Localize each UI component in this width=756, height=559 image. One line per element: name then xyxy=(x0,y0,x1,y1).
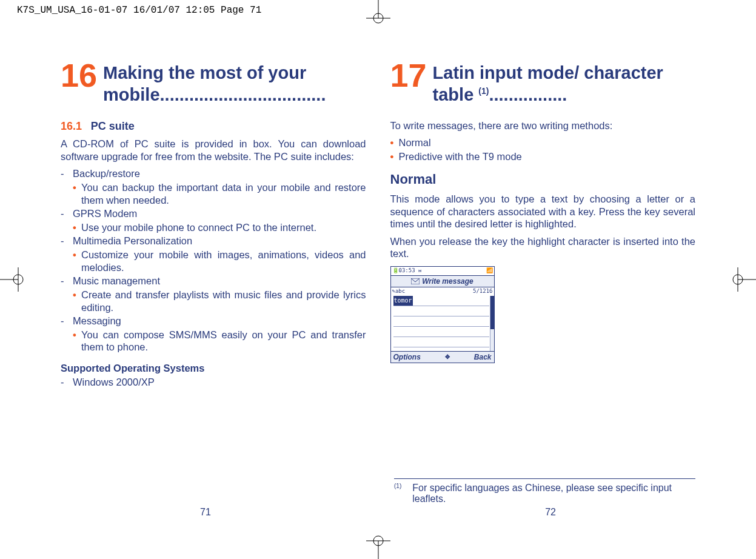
phone-scrollbar xyxy=(490,296,494,351)
crop-mark-right xyxy=(732,261,756,298)
page-number-left: 71 xyxy=(200,507,211,518)
intro-paragraph: A CD-ROM of PC suite is provided in box.… xyxy=(61,138,366,162)
list-item: -Messaging xyxy=(61,315,366,327)
list-item: -Multimedia Personalization xyxy=(61,235,366,247)
phone-info-row: ✎abc 5/1216 xyxy=(391,287,494,296)
chapter-17-heading: 17 Latin input mode/ character table (1)… xyxy=(390,61,696,106)
list-subitem-text: Customize your mobile with images, anima… xyxy=(81,249,366,273)
phone-typed-text: tomor xyxy=(393,296,413,306)
method-item: •Normal xyxy=(390,136,696,149)
list-item: -GPRS Modem xyxy=(61,207,366,220)
phone-title-text: Write message xyxy=(422,277,473,286)
chapter-16-heading: 16 Making the most of your mobile.......… xyxy=(61,61,366,106)
phone-mode-indicator: abc xyxy=(395,288,405,294)
list-item-head: Multimedia Personalization xyxy=(73,235,192,247)
footnote-text: For specific languages as Chinese, pleas… xyxy=(412,483,695,504)
paragraph: When you release the key the highlight c… xyxy=(390,235,696,260)
right-page: 17 Latin input mode/ character table (1)… xyxy=(390,61,696,389)
chapter-title: Latin input mode/ character table (1)...… xyxy=(433,61,695,106)
method-item: •Predictive with the T9 mode xyxy=(390,150,696,163)
intro-paragraph: To write messages, there are two writing… xyxy=(390,119,696,132)
left-page: 16 Making the most of your mobile.......… xyxy=(61,61,366,389)
section-title: PC suite xyxy=(91,120,135,132)
footnote-block: (1) For specific languages as Chinese, p… xyxy=(394,478,695,504)
list-subitem-text: You can compose SMS/MMS easily on your P… xyxy=(81,329,366,353)
normal-subheading: Normal xyxy=(390,171,696,188)
phone-status-bar: 🔋03:53 ✉ 📶 xyxy=(391,267,494,275)
crop-mark-top xyxy=(360,0,396,24)
chapter-title-sup: (1) xyxy=(478,87,489,96)
phone-title-bar: Write message xyxy=(391,275,494,287)
crop-mark-left xyxy=(0,261,24,298)
crop-mark-bottom xyxy=(360,535,396,559)
section-number: 16.1 xyxy=(61,120,82,132)
supported-os-text: Windows 2000/XP xyxy=(73,376,155,389)
chapter-title-dots: ................ xyxy=(489,85,567,104)
chapter-title: Making the most of your mobile..........… xyxy=(103,61,366,106)
list-item-head: Backup/restore xyxy=(73,167,140,180)
list-subitem-text: Create and transfer playlists with music… xyxy=(81,289,366,313)
list-subitem: •You can compose SMS/MMS easily on your … xyxy=(73,329,366,353)
list-item: -Backup/restore xyxy=(61,167,366,180)
phone-time: 03:53 xyxy=(399,267,415,273)
chapter-number: 16 xyxy=(61,61,97,90)
list-subitem-text: You can backup the important data in you… xyxy=(81,181,366,206)
page-number-right: 72 xyxy=(545,507,556,518)
dpad-icon: ✥ xyxy=(445,353,450,361)
list-subitem: •Create and transfer playlists with musi… xyxy=(73,289,366,313)
chapter-number: 17 xyxy=(390,61,427,90)
list-item-head: GPRS Modem xyxy=(73,207,137,220)
phone-screenshot: 🔋03:53 ✉ 📶 Write message ✎abc 5/1216 tom… xyxy=(390,266,495,363)
signal-icon: 📶 xyxy=(486,267,493,274)
list-item-head: Music management xyxy=(73,275,160,287)
footnote-mark: (1) xyxy=(394,483,401,504)
supported-os-item: -Windows 2000/XP xyxy=(61,376,366,389)
section-16.1-heading: 16.1 PC suite xyxy=(61,119,366,133)
supported-os-heading: Supported Operating Systems xyxy=(61,362,366,375)
phone-softkey-left: Options xyxy=(393,353,421,362)
phone-char-count: 5/1216 xyxy=(473,288,493,295)
phone-softkey-right: Back xyxy=(474,353,492,362)
phone-softkey-bar: Options ✥ Back xyxy=(391,351,494,363)
print-header: K7S_UM_USA_16-01-07 16/01/07 12:05 Page … xyxy=(17,5,261,16)
list-subitem-text: Use your mobile phone to connect PC to t… xyxy=(81,221,366,234)
method-text: Normal xyxy=(399,136,431,149)
list-subitem: •Customize your mobile with images, anim… xyxy=(73,249,366,273)
list-item-head: Messaging xyxy=(73,315,121,327)
method-text: Predictive with the T9 mode xyxy=(399,150,522,163)
envelope-icon xyxy=(411,278,420,284)
paragraph: This mode allows you to type a text by c… xyxy=(390,193,696,230)
list-item: -Music management xyxy=(61,275,366,287)
list-subitem: •Use your mobile phone to connect PC to … xyxy=(73,221,366,234)
list-subitem: •You can backup the important data in yo… xyxy=(73,181,366,206)
phone-text-area: tomor xyxy=(391,296,494,351)
